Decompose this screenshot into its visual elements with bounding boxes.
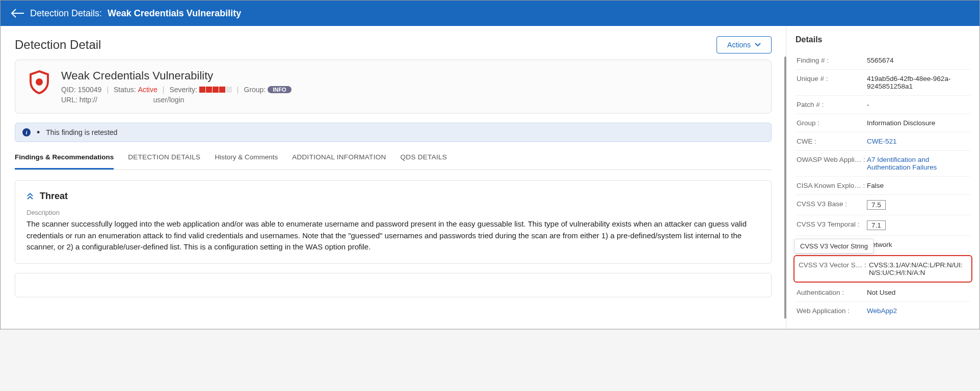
details-title: Details xyxy=(796,35,970,44)
detail-value: 5565674 xyxy=(867,57,969,64)
detail-label: CISA Known Explo… xyxy=(797,182,867,189)
tab-1[interactable]: DETECTION DETAILS xyxy=(128,147,200,170)
chevron-down-icon xyxy=(755,43,761,47)
detail-row: CWECWE-521 xyxy=(796,132,970,151)
group-badge: INFO xyxy=(268,86,291,93)
url-suffix: user/login xyxy=(153,96,184,104)
detail-row: OWASP Web Appli…A7 Identification and Au… xyxy=(796,151,970,177)
detail-row: CVSS V3 Temporal7.1 xyxy=(796,215,970,236)
detail-value: False xyxy=(867,182,969,189)
detail-label: Unique # xyxy=(797,75,867,82)
actions-button[interactable]: Actions xyxy=(717,36,772,53)
detail-label: Patch # xyxy=(797,101,867,108)
description-label: Description xyxy=(27,209,760,216)
detail-value: - xyxy=(867,101,969,108)
detail-label: CVSS V3 Vector S… xyxy=(799,261,869,269)
page-header: Detection Details: Weak Credentials Vuln… xyxy=(1,1,979,26)
threat-panel: Threat Description The scanner successfu… xyxy=(15,180,772,264)
status-label: Status: xyxy=(114,86,136,94)
threat-title: Threat xyxy=(40,191,68,202)
main-column: Detection Detail Actions Weak Credential… xyxy=(1,26,786,329)
detail-value[interactable]: CWE-521 xyxy=(867,137,969,145)
detail-value: Not Used xyxy=(867,289,969,296)
details-grid: Finding #5565674Unique #419ab5d6-42fb-48… xyxy=(796,51,970,320)
details-sidebar: Details Finding #5565674Unique #419ab5d6… xyxy=(786,26,979,329)
severity-label: Severity: xyxy=(169,86,197,94)
status-value: Active xyxy=(138,86,157,94)
header-prefix: Detection Details: xyxy=(30,8,102,18)
detail-row: CVSS V3 Vector StringCVSS V3 Attack V…Ne… xyxy=(796,236,970,254)
info-icon: i xyxy=(22,128,31,136)
scrollbar[interactable] xyxy=(784,57,786,319)
detail-value: 419ab5d6-42fb-48ee-962a-9245851258a1 xyxy=(867,75,969,90)
vulnerability-meta: QID: 150049 | Status: Active | Severity:… xyxy=(61,86,292,94)
tab-4[interactable]: QDS DETAILS xyxy=(401,147,447,170)
detail-label: CVSS V3 Temporal xyxy=(797,220,867,228)
tooltip: CVSS V3 Vector String xyxy=(794,239,873,254)
detail-label: Authentication xyxy=(797,289,867,296)
detail-label: Finding # xyxy=(797,57,867,64)
svg-point-1 xyxy=(36,78,43,86)
qid-label: QID: 150049 xyxy=(61,86,101,94)
detail-row: CISA Known Explo…False xyxy=(796,177,970,195)
next-panel xyxy=(15,273,772,297)
url-label: URL: xyxy=(61,96,77,104)
description-text: The scanner successfully logged into the… xyxy=(27,218,760,253)
info-bar: i • This finding is retested xyxy=(15,123,772,142)
tab-3[interactable]: ADDITIONAL INFORMATION xyxy=(292,147,386,170)
severity-indicator xyxy=(199,87,232,93)
detail-row: AuthenticationNot Used xyxy=(796,284,970,302)
detail-row: CVSS V3 Vector S…CVSS:3.1/AV:N/AC:L/PR:N… xyxy=(793,255,972,283)
header-breadcrumb: Detection Details: Weak Credentials Vuln… xyxy=(30,8,241,19)
info-text: This finding is retested xyxy=(46,128,117,136)
tabs: Findings & RecommendationsDETECTION DETA… xyxy=(15,147,772,170)
detail-label: OWASP Web Appli… xyxy=(797,156,867,163)
group-label: Group: xyxy=(244,86,266,94)
shield-icon xyxy=(27,69,52,95)
detail-label: CVSS V3 Base xyxy=(797,200,867,208)
tab-2[interactable]: History & Comments xyxy=(215,147,278,170)
back-arrow-icon[interactable] xyxy=(11,6,25,20)
collapse-icon[interactable] xyxy=(27,193,34,200)
vulnerability-title: Weak Credentials Vulnerability xyxy=(61,69,292,82)
detail-row: GroupInformation Disclosure xyxy=(796,114,970,132)
url-prefix: http:// xyxy=(80,96,97,104)
detail-value: 7.1 xyxy=(867,220,969,230)
header-title: Weak Credentials Vulnerability xyxy=(108,8,241,18)
url-line: URL: http://user/login xyxy=(61,96,292,104)
detail-value[interactable]: WebApp2 xyxy=(867,307,969,315)
vulnerability-card: Weak Credentials Vulnerability QID: 1500… xyxy=(15,60,772,114)
detail-label: CWE xyxy=(797,137,867,145)
page-title: Detection Detail xyxy=(15,38,101,52)
detail-value: Information Disclosure xyxy=(867,119,969,127)
detail-row: Finding #5565674 xyxy=(796,51,970,70)
detail-value: 7.5 xyxy=(867,200,969,210)
tab-0[interactable]: Findings & Recommendations xyxy=(15,147,114,170)
detail-value[interactable]: A7 Identification and Authentication Fai… xyxy=(867,156,969,171)
actions-label: Actions xyxy=(727,41,751,49)
detail-label: Group xyxy=(797,119,867,127)
detail-row: Patch #- xyxy=(796,96,970,114)
detail-row: Web ApplicationWebApp2 xyxy=(796,302,970,320)
detail-value: CVSS:3.1/AV:N/AC:L/PR:N/UI:N/S:U/C:H/I:N… xyxy=(869,261,967,276)
detail-row: Unique #419ab5d6-42fb-48ee-962a-92458512… xyxy=(796,70,970,96)
detail-value: Network xyxy=(867,241,969,248)
detail-row: CVSS V3 Base7.5 xyxy=(796,195,970,215)
detail-label: Web Application xyxy=(797,307,867,315)
